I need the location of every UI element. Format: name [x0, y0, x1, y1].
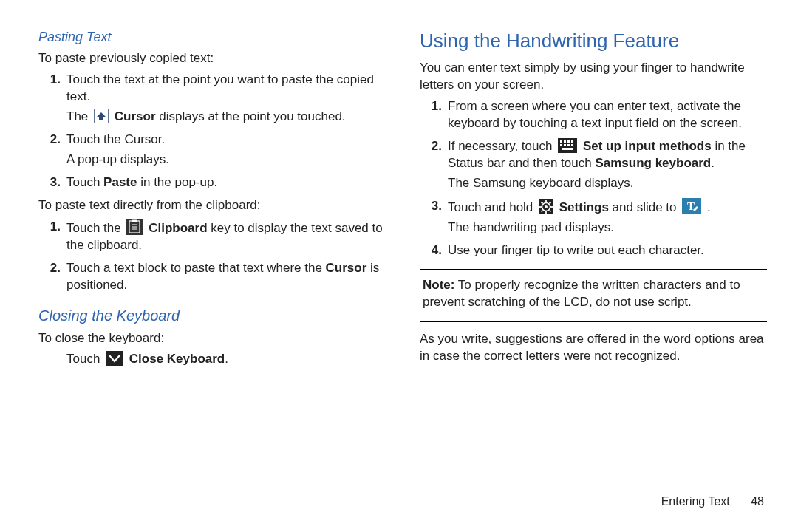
divider-top	[420, 269, 767, 270]
svg-rect-17	[562, 148, 573, 150]
heading-handwriting: Using the Handwriting Feature	[420, 28, 767, 54]
footer-section: Entering Text	[661, 495, 730, 508]
svg-rect-9	[560, 140, 562, 143]
cursor-icon	[94, 109, 109, 123]
keyboard-icon	[558, 138, 577, 153]
gear-icon	[539, 200, 553, 214]
step-2: 2. Touch the Cursor. A pop-up displays.	[66, 132, 386, 168]
left-column: Pasting Text To paste previously copied …	[38, 28, 386, 368]
chevron-down-icon	[106, 351, 123, 366]
handwriting-intro: You can enter text simply by using your …	[420, 60, 767, 94]
pasting-intro: To paste previously copied text:	[38, 50, 386, 67]
hw-step-1: 1. From a screen where you can enter tex…	[448, 98, 767, 132]
pasting-steps: 1. Touch the text at the point you want …	[38, 72, 386, 191]
clip-step-1: 1. Touch the Clipboard key to display th…	[66, 219, 386, 254]
step-1-text: Touch the text at the point you want to …	[66, 72, 374, 103]
step-3: 3. Touch Paste in the pop-up.	[66, 174, 386, 191]
svg-rect-7	[106, 351, 123, 366]
clipboard-intro: To paste text directly from the clipboar…	[38, 197, 386, 214]
divider-bottom	[420, 321, 767, 322]
note: Note: To properly recognize the written …	[420, 277, 767, 311]
svg-rect-16	[571, 144, 573, 146]
handwriting-steps: 1. From a screen where you can enter tex…	[420, 98, 767, 259]
svg-rect-15	[567, 144, 570, 146]
svg-rect-3	[132, 219, 137, 222]
footer-page-number: 48	[751, 495, 764, 508]
svg-rect-13	[560, 144, 562, 146]
suggestions-paragraph: As you write, suggestions are offered in…	[420, 331, 767, 365]
svg-rect-12	[571, 140, 573, 143]
hw-step-3: 3. Touch and hold Settings and slide to …	[448, 198, 767, 236]
step-1-sub: The Cursor displays at the point you tou…	[66, 109, 386, 126]
svg-rect-11	[567, 140, 570, 143]
svg-rect-10	[564, 140, 566, 143]
handwriting-t-icon: T	[682, 198, 701, 214]
clipboard-steps: 1. Touch the Clipboard key to display th…	[38, 219, 386, 294]
heading-pasting-text: Pasting Text	[38, 28, 386, 46]
svg-point-20	[545, 205, 548, 208]
heading-closing-keyboard: Closing the Keyboard	[38, 306, 386, 326]
right-column: Using the Handwriting Feature You can en…	[420, 28, 767, 368]
close-line: Touch Close Keyboard.	[38, 351, 386, 368]
svg-rect-14	[564, 144, 566, 146]
page-footer: Entering Text 48	[661, 494, 764, 510]
step-1: 1. Touch the text at the point you want …	[66, 72, 386, 126]
hw-step-2: 2. If necessary, touch Set up input meth…	[448, 138, 767, 192]
clipboard-icon	[126, 219, 143, 235]
closing-intro: To close the keyboard:	[38, 330, 386, 347]
svg-text:T: T	[687, 200, 695, 212]
clip-step-2: 2. Touch a text block to paste that text…	[66, 260, 386, 294]
hw-step-4: 4. Use your finger tip to write out each…	[448, 242, 767, 259]
